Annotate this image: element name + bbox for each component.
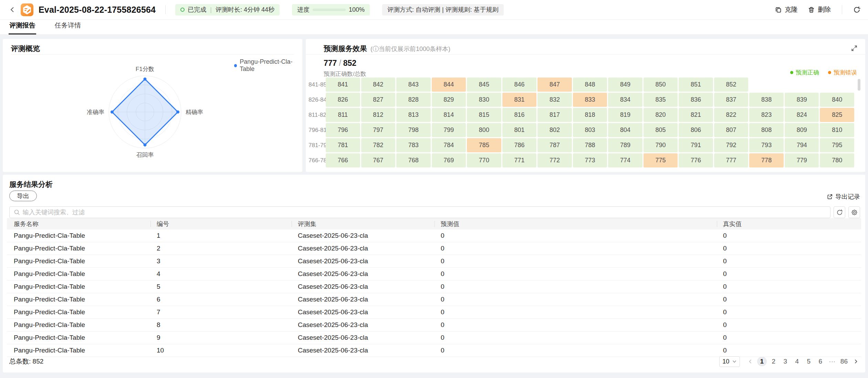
heatmap-cell-correct[interactable]: 794 <box>785 138 819 152</box>
search-input[interactable] <box>23 209 826 216</box>
heatmap-cell-correct[interactable]: 830 <box>467 93 501 107</box>
tab-eval-report[interactable]: 评测报告 <box>9 21 35 34</box>
heatmap-cell-correct[interactable]: 784 <box>432 138 466 152</box>
heatmap-cell-correct[interactable]: 790 <box>644 138 678 152</box>
heatmap-cell-correct[interactable]: 779 <box>785 153 819 167</box>
heatmap-cell-correct[interactable]: 819 <box>608 108 642 122</box>
table-row[interactable]: Pangu-Predict-Cla-Table6Caseset-2025-06-… <box>7 293 861 306</box>
heatmap-cell-correct[interactable]: 818 <box>573 108 607 122</box>
heatmap-cell-correct[interactable]: 817 <box>537 108 572 122</box>
delete-button[interactable]: 删除 <box>808 5 831 14</box>
heatmap-cell-correct[interactable]: 800 <box>467 123 501 137</box>
heatmap-cell-correct[interactable]: 767 <box>361 153 396 167</box>
table-row[interactable]: Pangu-Predict-Cla-Table7Caseset-2025-06-… <box>7 306 861 319</box>
heatmap-cell-correct[interactable]: 766 <box>326 153 360 167</box>
pagination-page-3[interactable]: 3 <box>781 357 790 366</box>
heatmap-cell-wrong[interactable]: 844 <box>432 78 466 92</box>
heatmap-cell-correct[interactable]: 773 <box>573 153 607 167</box>
heatmap-cell-correct[interactable]: 771 <box>502 153 537 167</box>
heatmap-cell-correct[interactable]: 822 <box>714 108 749 122</box>
pagination-prev-button[interactable] <box>746 357 754 366</box>
heatmap-cell-wrong[interactable]: 833 <box>573 93 607 107</box>
table-row[interactable]: Pangu-Predict-Cla-Table1Caseset-2025-06-… <box>7 229 861 242</box>
heatmap-cell-correct[interactable]: 846 <box>502 78 537 92</box>
pagination-page-86[interactable]: 86 <box>839 357 849 366</box>
heatmap-cell-correct[interactable]: 777 <box>714 153 749 167</box>
heatmap-cell-correct[interactable]: 838 <box>749 93 784 107</box>
heatmap-cell-correct[interactable]: 814 <box>432 108 466 122</box>
heatmap-cell-correct[interactable]: 806 <box>679 123 713 137</box>
heatmap-cell-correct[interactable]: 848 <box>573 78 607 92</box>
heatmap-cell-correct[interactable]: 797 <box>361 123 396 137</box>
table-row[interactable]: Pangu-Predict-Cla-Table2Caseset-2025-06-… <box>7 242 861 255</box>
heatmap-cell-correct[interactable]: 837 <box>714 93 749 107</box>
heatmap-cell-correct[interactable]: 815 <box>467 108 501 122</box>
pagination-next-button[interactable] <box>852 357 860 366</box>
back-button[interactable] <box>8 5 17 14</box>
heatmap-cell-wrong[interactable]: 785 <box>467 138 501 152</box>
heatmap-cell-wrong[interactable]: 831 <box>502 93 537 107</box>
heatmap-cell-correct[interactable]: 809 <box>785 123 819 137</box>
heatmap-cell-correct[interactable]: 810 <box>820 123 854 137</box>
heatmap-cell-correct[interactable]: 774 <box>608 153 642 167</box>
heatmap-cell-wrong[interactable]: 825 <box>820 108 854 122</box>
table-row[interactable]: Pangu-Predict-Cla-Table5Caseset-2025-06-… <box>7 280 861 293</box>
heatmap-cell-correct[interactable]: 804 <box>608 123 642 137</box>
tab-task-detail[interactable]: 任务详情 <box>55 21 81 34</box>
heatmap-cell-correct[interactable]: 827 <box>361 93 396 107</box>
table-settings-button[interactable] <box>848 206 860 218</box>
heatmap-cell-correct[interactable]: 782 <box>361 138 396 152</box>
heatmap-cell-correct[interactable]: 807 <box>714 123 749 137</box>
heatmap-cell-correct[interactable]: 768 <box>396 153 431 167</box>
heatmap-cell-correct[interactable]: 849 <box>608 78 642 92</box>
refresh-button[interactable] <box>853 6 860 13</box>
legend-item-wrong[interactable]: 预测错误 <box>828 69 857 76</box>
heatmap-cell-correct[interactable]: 770 <box>467 153 501 167</box>
heatmap-cell-correct[interactable]: 836 <box>679 93 713 107</box>
heatmap-cell-correct[interactable]: 792 <box>714 138 749 152</box>
heatmap-cell-correct[interactable]: 798 <box>396 123 431 137</box>
heatmap-cell-wrong[interactable]: 847 <box>537 78 572 92</box>
heatmap-cell-correct[interactable]: 834 <box>608 93 642 107</box>
heatmap-cell-correct[interactable]: 788 <box>573 138 607 152</box>
legend-item-correct[interactable]: 预测正确 <box>790 69 819 76</box>
heatmap-cell-correct[interactable]: 850 <box>644 78 678 92</box>
heatmap-cell-wrong[interactable]: 775 <box>644 153 678 167</box>
heatmap-cell-correct[interactable]: 781 <box>326 138 360 152</box>
export-button[interactable]: 导出 <box>9 191 37 201</box>
heatmap-cell-correct[interactable]: 852 <box>714 78 749 92</box>
pagination-page-4[interactable]: 4 <box>792 357 802 366</box>
heatmap-cell-correct[interactable]: 826 <box>326 93 360 107</box>
table-row[interactable]: Pangu-Predict-Cla-Table3Caseset-2025-06-… <box>7 255 861 268</box>
heatmap-cell-correct[interactable]: 795 <box>820 138 854 152</box>
table-row[interactable]: Pangu-Predict-Cla-Table4Caseset-2025-06-… <box>7 268 861 280</box>
page-size-select[interactable]: 10 <box>719 356 740 367</box>
heatmap-cell-correct[interactable]: 839 <box>785 93 819 107</box>
heatmap-cell-correct[interactable]: 842 <box>361 78 396 92</box>
heatmap-cell-correct[interactable]: 823 <box>749 108 784 122</box>
heatmap-cell-correct[interactable]: 799 <box>432 123 466 137</box>
heatmap-cell-correct[interactable]: 840 <box>820 93 854 107</box>
heatmap-cell-correct[interactable]: 832 <box>537 93 572 107</box>
table-row[interactable]: Pangu-Predict-Cla-Table10Caseset-2025-06… <box>7 344 861 357</box>
heatmap-cell-correct[interactable]: 851 <box>679 78 713 92</box>
heatmap-cell-correct[interactable]: 843 <box>396 78 431 92</box>
table-row[interactable]: Pangu-Predict-Cla-Table8Caseset-2025-06-… <box>7 319 861 331</box>
table-row[interactable]: Pangu-Predict-Cla-Table9Caseset-2025-06-… <box>7 331 861 344</box>
pagination-page-5[interactable]: 5 <box>804 357 814 366</box>
expand-button[interactable] <box>850 44 858 52</box>
heatmap-cell-correct[interactable]: 845 <box>467 78 501 92</box>
heatmap-cell-correct[interactable]: 828 <box>396 93 431 107</box>
heatmap-cell-correct[interactable]: 820 <box>644 108 678 122</box>
table-refresh-button[interactable] <box>834 206 845 218</box>
pagination-page-2[interactable]: 2 <box>769 357 778 366</box>
heatmap-cell-correct[interactable]: 783 <box>396 138 431 152</box>
heatmap-cell-correct[interactable]: 791 <box>679 138 713 152</box>
heatmap-cell-correct[interactable]: 808 <box>749 123 784 137</box>
heatmap-cell-correct[interactable]: 824 <box>785 108 819 122</box>
heatmap-cell-correct[interactable]: 780 <box>820 153 854 167</box>
pagination-page-1[interactable]: 1 <box>757 357 767 366</box>
heatmap-cell-correct[interactable]: 789 <box>608 138 642 152</box>
heatmap-cell-wrong[interactable]: 778 <box>749 153 784 167</box>
heatmap-cell-correct[interactable]: 816 <box>502 108 537 122</box>
